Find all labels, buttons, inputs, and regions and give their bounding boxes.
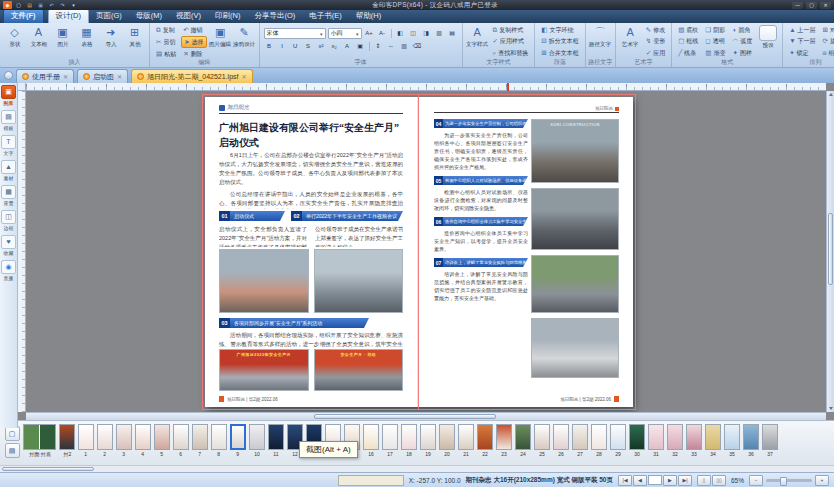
document-tab-3[interactable]: 旭日阳光-第二期_042521.lpsf✕ [131, 69, 252, 83]
font-name-select[interactable]: 宋体▾ [264, 28, 326, 39]
section-banner[interactable]: 02举行2022年下半年安全生产工作视频会议 [291, 211, 403, 221]
page-thumbnail-17[interactable]: 17 [381, 424, 399, 457]
copy-style-button[interactable]: ⧉复制样式 [491, 25, 531, 35]
font-size-select[interactable]: 小四▾ [328, 28, 362, 39]
prev-page-button[interactable]: ◀ [633, 475, 647, 486]
group-button[interactable]: ⧈组合 [821, 48, 834, 58]
document-tab-2[interactable]: 启动图✕ [77, 69, 128, 83]
send-backward-button[interactable]: ▼下一层 [787, 36, 817, 46]
page-thumbnail-3[interactable]: 3 [115, 424, 133, 457]
last-page-button[interactable]: ▶| [678, 475, 692, 486]
section-banner[interactable]: 06造价咨询中心组织全体员工集中学习安全生产知识，以考促学，提升全员安全素养。 [434, 217, 528, 226]
photo[interactable]: XURI CONSTRUCTION [531, 119, 619, 183]
apply-style-button[interactable]: ✓应用样式 [491, 36, 531, 46]
photo[interactable] [531, 255, 619, 313]
page-thumbnail-2[interactable]: 2 [96, 424, 114, 457]
page-thumbnail-8[interactable]: 8 [210, 424, 228, 457]
merge-textbox-button[interactable]: ⊞合并文本框 [539, 48, 580, 58]
article-title[interactable]: 广州旭日建设有限公司举行“安全生产月” 启动仪式 [219, 120, 403, 150]
thumbnail-scrollbar[interactable] [0, 465, 834, 472]
picture-edit-button[interactable]: ▣图片编辑 [210, 25, 231, 49]
sidebar-item-2[interactable]: ▤模板 [1, 110, 16, 132]
page-thumbnail-20[interactable]: 20 [438, 424, 456, 457]
photo[interactable]: 广州旭日2022年安全生产月 [219, 349, 309, 391]
strikethrough-button[interactable]: S [303, 41, 314, 52]
page-thumbnail-26[interactable]: 26 [552, 424, 570, 457]
page-thumbnail-28[interactable]: 28 [590, 424, 608, 457]
copy-button[interactable]: ⧉复制 [154, 25, 178, 35]
page-thumbnail-10[interactable]: 10 [248, 424, 266, 457]
pattern-button[interactable]: ✦图样 [730, 48, 754, 58]
qat-dropdown-icon[interactable]: ▾ [69, 1, 78, 9]
line-spacing-button[interactable]: ⇕ [373, 41, 384, 52]
document-tab-1[interactable]: 使用手册✕ [16, 69, 74, 83]
insert-picture-button[interactable]: ▣图片 [52, 25, 73, 49]
page-thumbnail-34[interactable]: 34 [704, 424, 722, 457]
insert-other-button[interactable]: ⊞其他 [124, 25, 145, 49]
photo[interactable] [531, 188, 619, 250]
page-thumbnail-7[interactable]: 7 [191, 424, 209, 457]
delete-button[interactable]: ✕删除 [181, 49, 206, 59]
menu-tab-4[interactable]: 母版(M) [129, 10, 169, 23]
close-tab-icon[interactable]: ✕ [241, 73, 246, 80]
fill-button[interactable]: ▨底纹 [676, 25, 700, 35]
photo[interactable] [219, 249, 309, 313]
menu-tab-9[interactable]: 帮助(H) [349, 10, 388, 23]
page-thumbnail-封面·封底[interactable]: 封面·封底 [22, 424, 57, 458]
thumbnail-doc-button[interactable]: ▢ [5, 426, 20, 441]
single-page-view-button[interactable]: ▯ [697, 475, 711, 486]
grow-font-button[interactable]: A+ [364, 28, 375, 39]
section-text[interactable]: 检测中心组织人员对试验场所、仪器设备进行全面检查，对发现的问题及时整改闭环，切实… [434, 188, 528, 212]
insert-shape-button[interactable]: ◇形状 [4, 25, 25, 49]
thumbnail-pages-button[interactable]: ▤ [5, 443, 20, 458]
horizontal-ruler[interactable] [26, 83, 826, 91]
page-thumbnail-36[interactable]: 36 [742, 424, 760, 457]
wordart-button[interactable]: A艺术字 [620, 25, 641, 49]
page-number-field[interactable] [648, 475, 662, 485]
preset-style-button[interactable]: 预设 [757, 25, 778, 50]
path-text-button[interactable]: ⌒路径文字 [590, 25, 611, 49]
vertical-scrollbar[interactable] [826, 91, 834, 412]
article-body[interactable]: 活动期间，各项目部结合现场实际，组织开展了安全知识竞赛、应急演练、警示教育等形式… [219, 331, 403, 347]
align-center-button[interactable]: ◫ [408, 28, 419, 39]
section-banner[interactable]: 03各项目部同步开展“安全生产月”系列活动 [219, 318, 369, 328]
superscript-button[interactable]: x² [316, 41, 327, 52]
align-objects-button[interactable]: ⊞对齐 [821, 25, 834, 35]
thumbnail-scroll-thumb[interactable] [2, 467, 94, 471]
page-thumbnail-19[interactable]: 19 [419, 424, 437, 457]
insert-table-button[interactable]: ▦表格 [76, 25, 97, 49]
sidebar-item-8[interactable]: ◉直播 [1, 260, 16, 282]
undo-button[interactable]: ↶撤销 [181, 25, 206, 35]
page-thumbnail-37[interactable]: 37 [761, 424, 779, 457]
article-body[interactable]: 6月1日上午，公司在总部办公楼会议室举行2022年“安全生产月”活动启动仪式，大… [219, 151, 403, 209]
sidebar-item-5[interactable]: ▦背景 [1, 185, 16, 207]
scroll-down-arrow-icon[interactable] [829, 407, 833, 410]
section-banner[interactable]: 01启动仪式 [219, 211, 285, 221]
open-folder-icon[interactable]: ▤ [25, 1, 34, 9]
zoom-slider[interactable] [766, 479, 812, 482]
split-textbox-button[interactable]: ⊟拆分文本框 [539, 36, 580, 46]
section-banner[interactable]: 05检测中心组织人员对试验场所、仪器设备进行全面检查，对发现的问题及时整改闭环，… [434, 176, 528, 185]
page-thumbnail-1[interactable]: 1 [77, 424, 95, 457]
menu-tab-6[interactable]: 印刷(N) [208, 10, 247, 23]
close-tab-icon[interactable]: ✕ [63, 73, 68, 80]
doc-tabs-menu-button[interactable] [4, 71, 13, 80]
sidebar-item-1[interactable]: ▣图库 [1, 85, 16, 107]
menu-tab-3[interactable]: 页面(G) [89, 10, 129, 23]
gradient-button[interactable]: ▥渐变 [703, 48, 727, 58]
menu-tab-5[interactable]: 视图(V) [169, 10, 208, 23]
page-thumbnail-27[interactable]: 27 [571, 424, 589, 457]
sidebar-item-6[interactable]: ◫边框 [1, 210, 16, 232]
minimize-button[interactable]: — [792, 2, 803, 9]
rotate-button[interactable]: ⟳旋转 [821, 36, 834, 46]
line-button[interactable]: ╱线条 [676, 48, 700, 58]
close-button[interactable]: ✕ [820, 2, 831, 9]
page-thumbnail-22[interactable]: 22 [476, 424, 494, 457]
align-left-button[interactable]: ◧ [395, 28, 406, 39]
page-thumbnail-33[interactable]: 33 [685, 424, 703, 457]
text-wrap-button[interactable]: ◧文字环绕 [539, 25, 580, 35]
two-column-text[interactable]: 启动仪式上，安全部负责人宣读了2022年“安全生产月”活动方案，并对活动各项重点… [219, 225, 403, 247]
section-text[interactable]: 培训会上，讲解了常见安全风险与防范措施，并结合典型案例开展警示教育，切实增强了员… [434, 270, 528, 302]
opacity-button[interactable]: ◻透明 [703, 36, 727, 46]
page-thumbnail-18[interactable]: 18 [400, 424, 418, 457]
